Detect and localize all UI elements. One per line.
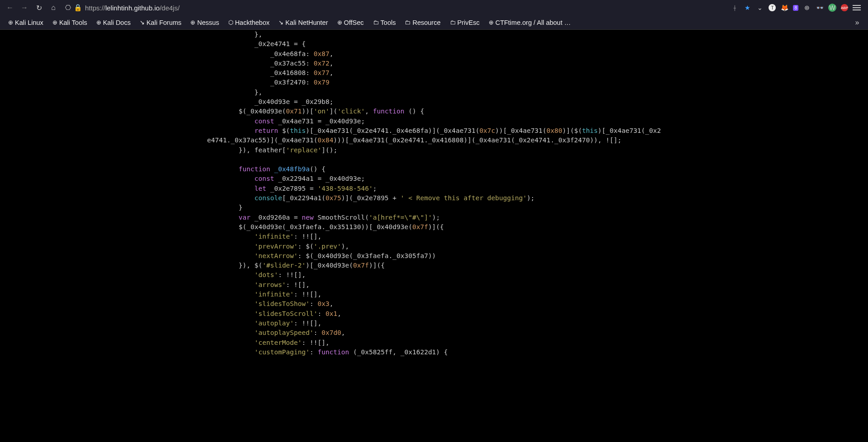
bookmark-kali-nethunter[interactable]: ↘Kali NetHunter: [275, 18, 331, 28]
ext-icon-4[interactable]: 👓: [816, 4, 824, 12]
ext-badge-icon[interactable]: 8: [793, 5, 798, 11]
lock-icon: 🔒: [74, 4, 82, 12]
bookmark-icon: ⊕: [190, 19, 195, 26]
bookmark-icon: ⬡: [228, 19, 233, 26]
url-bar[interactable]: ⎔ 🔒 https://lelinhtinh.github.io/de4js/: [61, 1, 729, 14]
bookmark-resource[interactable]: 🗀Resource: [401, 18, 444, 28]
bookmark-icon: ↘: [140, 19, 145, 26]
bookmark-ctftime-org-all-about-[interactable]: ⊕CTFtime.org / All about …: [485, 18, 575, 28]
bookmark-label: PrivEsc: [458, 19, 480, 26]
bookmark-kali-forums[interactable]: ↘Kali Forums: [136, 18, 185, 28]
toolbar-right: ⟊ ★ ⌄ T 🦊 8 ⊛ 👓 W ABP: [731, 4, 864, 12]
forward-button[interactable]: →: [18, 1, 31, 14]
bookmark-tools[interactable]: 🗀Tools: [369, 18, 400, 28]
bookmark-label: OffSec: [344, 19, 364, 26]
browser-toolbar: ← → ↻ ⌂ ⎔ 🔒 https://lelinhtinh.github.io…: [0, 0, 868, 15]
ext-icon-1[interactable]: T: [769, 4, 776, 11]
bookmark-label: Tools: [381, 19, 396, 26]
bookmark-label: Kali Docs: [103, 19, 131, 26]
ext-icon-2[interactable]: 🦊: [780, 4, 788, 12]
code-output: }, _0x2e4741 = { _0x4e68fa: 0x87, _0x37a…: [199, 30, 669, 442]
ext-icon-5[interactable]: W: [828, 4, 836, 12]
bookmark-label: CTFtime.org / All about …: [495, 19, 571, 26]
bookmark-icon: ⊕: [8, 19, 13, 26]
bookmark-icon: 🗀: [405, 19, 410, 26]
code-block: }, _0x2e4741 = { _0x4e68fa: 0x87, _0x37a…: [207, 30, 661, 357]
bookmark-kali-docs[interactable]: ⊕Kali Docs: [93, 18, 134, 28]
bookmark-star-icon[interactable]: ★: [743, 4, 751, 12]
ext-icon-3[interactable]: ⊛: [803, 4, 811, 12]
bookmark-icon: ⊕: [96, 19, 101, 26]
bookmark-label: Kali Forums: [146, 19, 181, 26]
menu-icon[interactable]: [853, 5, 861, 10]
pocket-icon[interactable]: ⌄: [756, 4, 764, 12]
bookmark-label: Kali Tools: [59, 19, 87, 26]
reload-button[interactable]: ↻: [33, 1, 45, 14]
bookmark-bar: ⊕Kali Linux⊕Kali Tools⊕Kali Docs↘Kali Fo…: [0, 15, 868, 30]
bookmark-kali-linux[interactable]: ⊕Kali Linux: [5, 18, 47, 28]
bookmarks-overflow-icon[interactable]: »: [851, 16, 863, 29]
bookmark-icon: ⊕: [489, 19, 494, 26]
bookmark-hackthebox[interactable]: ⬡Hackthebox: [225, 18, 274, 28]
bookmark-icon: 🗀: [450, 19, 456, 26]
bookmark-icon: ⊕: [337, 19, 342, 26]
bookmark-label: Kali NetHunter: [285, 19, 328, 26]
translate-icon[interactable]: ⟊: [731, 4, 739, 12]
back-button[interactable]: ←: [4, 1, 16, 14]
bookmark-kali-tools[interactable]: ⊕Kali Tools: [49, 18, 91, 28]
shield-icon: ⎔: [65, 4, 71, 12]
url-text: https://lelinhtinh.github.io/de4js/: [85, 4, 179, 12]
abp-icon[interactable]: ABP: [841, 4, 848, 11]
bookmark-offsec[interactable]: ⊕OffSec: [334, 18, 368, 28]
home-button[interactable]: ⌂: [47, 1, 60, 14]
bookmark-label: Hackthebox: [235, 19, 270, 26]
bookmark-label: Kali Linux: [15, 19, 43, 26]
bookmark-icon: 🗀: [373, 19, 379, 26]
bookmark-privesc[interactable]: 🗀PrivEsc: [446, 18, 483, 28]
content-area: }, _0x2e4741 = { _0x4e68fa: 0x87, _0x37a…: [0, 30, 868, 442]
bookmark-icon: ↘: [278, 19, 283, 26]
bookmark-label: Nessus: [197, 19, 219, 26]
bookmark-nessus[interactable]: ⊕Nessus: [187, 18, 222, 28]
bookmark-icon: ⊕: [52, 19, 57, 26]
bookmark-label: Resource: [412, 19, 440, 26]
